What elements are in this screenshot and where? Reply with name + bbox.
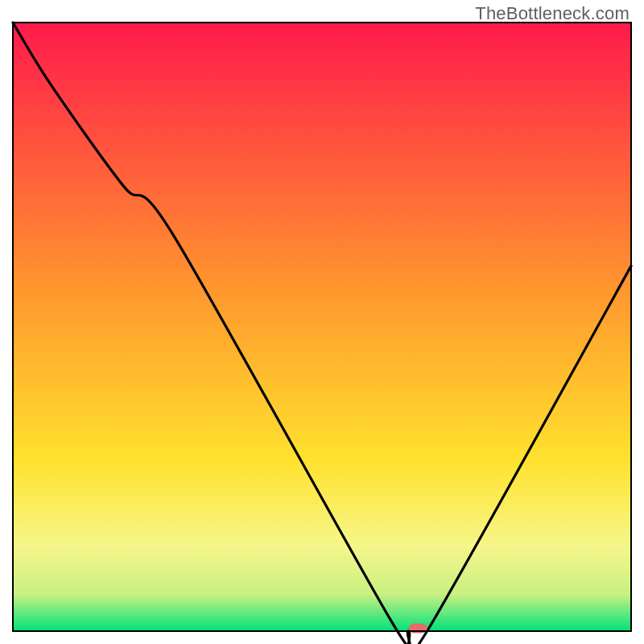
watermark-text: TheBottleneck.com (475, 3, 630, 24)
chart-canvas: TheBottleneck.com (0, 0, 644, 644)
chart-svg (0, 0, 644, 644)
plot-background (13, 23, 631, 631)
